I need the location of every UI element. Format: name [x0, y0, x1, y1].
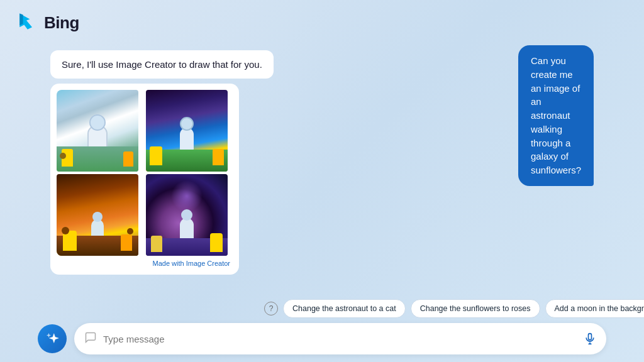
- generated-image-4[interactable]: [146, 174, 228, 256]
- svg-rect-0: [589, 334, 592, 340]
- user-message-bubble: Can you create me an image of an astrona…: [518, 45, 594, 186]
- bot-message-text: Sure, I'll use Image Creator to draw tha…: [62, 59, 262, 70]
- image-creator-attribution: Made with Image Creator: [57, 256, 233, 268]
- header: Bing: [0, 0, 644, 45]
- sparkle-icon: [45, 332, 59, 346]
- input-field-wrapper: [74, 323, 606, 354]
- message-input[interactable]: [103, 334, 577, 344]
- bot-message-bubble: Sure, I'll use Image Creator to draw tha…: [50, 50, 274, 79]
- image-grid-container: Made with Image Creator: [50, 84, 239, 275]
- sparkle-button[interactable]: [38, 324, 67, 353]
- image-creator-link[interactable]: Image Creator: [186, 260, 230, 267]
- microphone-button[interactable]: [584, 332, 596, 345]
- help-icon[interactable]: ?: [264, 302, 278, 315]
- generated-image-1[interactable]: [57, 90, 138, 172]
- image-grid: [57, 90, 233, 256]
- chat-bubble-icon: [84, 331, 97, 347]
- chip-change-astronaut[interactable]: Change the astronaut to a cat: [283, 299, 406, 318]
- bing-logo-icon: [15, 11, 38, 34]
- input-bar: [38, 323, 606, 354]
- chip-add-moon[interactable]: Add a moon in the background: [545, 299, 645, 318]
- app-title: Bing: [44, 13, 79, 33]
- user-message-text: Can you create me an image of an astrona…: [531, 55, 581, 175]
- generated-image-2[interactable]: [146, 90, 228, 172]
- suggestions-row: ? Change the astronaut to a cat Change t…: [264, 299, 644, 318]
- chip-change-sunflowers[interactable]: Change the sunflowers to roses: [411, 299, 540, 318]
- microphone-icon: [584, 332, 596, 345]
- generated-image-3[interactable]: [57, 174, 138, 256]
